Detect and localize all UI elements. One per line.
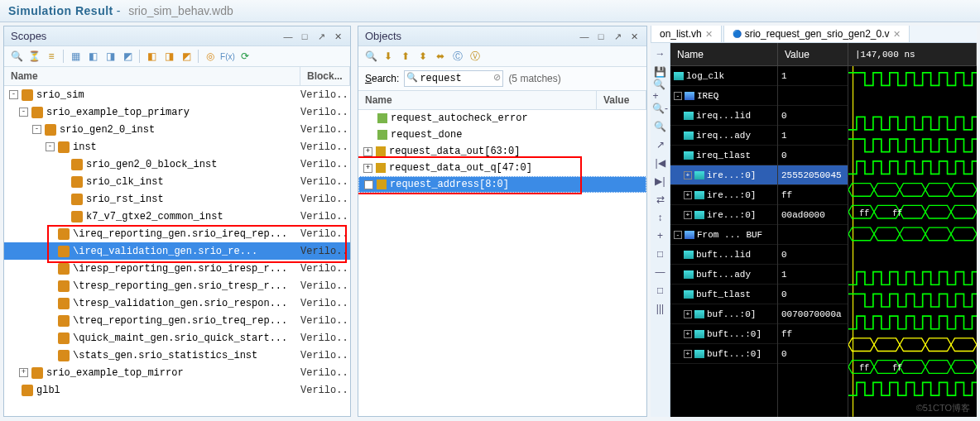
scope-row[interactable]: srio_clk_instVerilo... bbox=[4, 173, 350, 190]
port-in-icon[interactable]: ⬇ bbox=[381, 49, 396, 64]
popout-icon[interactable]: ↗ bbox=[612, 31, 623, 42]
scope-row[interactable]: \ireq_reporting_gen.srio_ireq_rep...Veri… bbox=[4, 225, 350, 242]
wave-tool-button[interactable]: → bbox=[653, 46, 668, 61]
wave-signal-row[interactable]: ireq_tlast bbox=[670, 146, 777, 165]
scope-row[interactable]: \stats_gen.srio_statistics_instVerilo... bbox=[4, 347, 350, 364]
scope-orange1-icon[interactable]: ◧ bbox=[144, 49, 159, 64]
scope-orange3-icon[interactable]: ◩ bbox=[179, 49, 194, 64]
search-icon[interactable]: 🔍 bbox=[9, 49, 24, 64]
scope-row[interactable]: -srio_simVerilo... bbox=[4, 86, 350, 103]
wave-tool-button[interactable]: ▶| bbox=[653, 174, 668, 189]
scope-row[interactable]: k7_v7_gtxe2_common_instVerilo... bbox=[4, 208, 350, 225]
close-icon[interactable]: ✕ bbox=[628, 31, 640, 42]
maximize-icon[interactable]: □ bbox=[299, 31, 310, 42]
port-inout-icon[interactable]: ⬍ bbox=[416, 49, 430, 64]
wave-tool-button[interactable]: □ bbox=[653, 283, 668, 298]
wave-signal-row[interactable]: buft...ady bbox=[670, 265, 777, 285]
tree-expander[interactable]: - bbox=[9, 90, 18, 99]
wave-signal-row[interactable]: -IREQ bbox=[670, 86, 777, 106]
wave-tool-button[interactable]: — bbox=[653, 265, 668, 280]
wave-expander[interactable]: - bbox=[674, 92, 682, 100]
fx-icon[interactable]: F(x) bbox=[220, 49, 235, 64]
scope-row[interactable]: \tresp_reporting_gen.srio_tresp_r...Veri… bbox=[4, 277, 350, 294]
wave-col-value[interactable]: Value bbox=[778, 43, 848, 65]
wave-expander[interactable]: - bbox=[674, 231, 682, 239]
scope-row[interactable]: \ireq_validation_gen.srio_re...Verilo... bbox=[4, 242, 350, 260]
constant-icon[interactable]: Ⓒ bbox=[450, 49, 465, 64]
wave-signal-row[interactable]: -From ... BUF bbox=[670, 225, 777, 245]
tree-expander[interactable]: - bbox=[46, 142, 55, 151]
tab-close-icon[interactable]: ✕ bbox=[893, 29, 901, 40]
wave-tool-button[interactable]: ↕ bbox=[653, 210, 668, 225]
tree-expander[interactable]: + bbox=[364, 180, 373, 189]
refresh-icon[interactable]: ⟳ bbox=[238, 49, 252, 64]
minimize-icon[interactable]: — bbox=[282, 31, 294, 42]
tree-expander[interactable]: - bbox=[32, 125, 41, 134]
wave-signal-row[interactable]: +ire...:0] bbox=[670, 165, 777, 185]
wave-signal-row[interactable]: +ire...:0] bbox=[670, 205, 777, 225]
wave-signal-row[interactable]: +buf...:0] bbox=[670, 304, 777, 324]
object-row[interactable]: +request_data_out_q[47:0] bbox=[358, 160, 646, 176]
object-row[interactable]: request_autocheck_error bbox=[358, 110, 646, 127]
scope-row[interactable]: glblVerilo... bbox=[4, 381, 350, 399]
waveform-names[interactable]: log_clk-IREQireq...lidireq...adyireq_tla… bbox=[670, 66, 778, 417]
wave-signal-row[interactable]: ireq...lid bbox=[670, 106, 777, 126]
maximize-icon[interactable]: □ bbox=[595, 31, 607, 42]
wave-expander[interactable]: + bbox=[684, 350, 692, 358]
scope-sheet-icon[interactable]: ▦ bbox=[68, 49, 83, 64]
signal-icon[interactable]: ⬌ bbox=[433, 49, 448, 64]
wave-tool-button[interactable]: □ bbox=[653, 246, 668, 261]
wave-tool-button[interactable]: 🔍+ bbox=[653, 83, 668, 98]
wave-tool-button[interactable]: 💾 bbox=[653, 65, 668, 79]
wave-expander[interactable]: + bbox=[684, 310, 692, 318]
waveform-values[interactable]: 101025552050045ff00ad00000100070070000af… bbox=[778, 66, 848, 417]
hierarchy-icon[interactable]: ≡ bbox=[44, 49, 59, 64]
wave-tool-button[interactable]: ⇄ bbox=[653, 192, 668, 207]
scope-row[interactable]: -instVerilo... bbox=[4, 138, 350, 155]
scopes-col-name[interactable]: Name bbox=[4, 67, 300, 85]
tree-expander[interactable]: - bbox=[19, 108, 28, 117]
wave-col-name[interactable]: Name bbox=[670, 43, 778, 65]
object-row[interactable]: request_done bbox=[358, 127, 646, 143]
scope-orange2-icon[interactable]: ◨ bbox=[161, 49, 176, 64]
minimize-icon[interactable]: — bbox=[579, 31, 590, 42]
wave-signal-row[interactable]: +buft...:0] bbox=[670, 324, 777, 344]
wave-signal-row[interactable]: +ire...:0] bbox=[670, 185, 777, 205]
wave-tool-button[interactable]: 🔍 bbox=[653, 119, 668, 134]
close-icon[interactable]: ✕ bbox=[332, 31, 343, 42]
wave-expander[interactable]: + bbox=[684, 211, 692, 219]
object-row[interactable]: +request_data_out[63:0] bbox=[358, 143, 646, 160]
wave-tool-button[interactable]: ↗ bbox=[653, 137, 668, 152]
scope-cube3-icon[interactable]: ◩ bbox=[120, 49, 135, 64]
objects-search-input[interactable] bbox=[404, 70, 503, 87]
scope-row[interactable]: srio_rst_instVerilo... bbox=[4, 190, 350, 208]
wave-expander[interactable]: + bbox=[684, 330, 692, 338]
tab-close-icon[interactable]: ✕ bbox=[705, 29, 713, 40]
wave-signal-row[interactable]: buft...lid bbox=[670, 245, 777, 265]
wave-tool-button[interactable]: + bbox=[653, 228, 668, 243]
scope-cube2-icon[interactable]: ◨ bbox=[103, 49, 118, 64]
editor-tab[interactable]: on_list.vh✕ bbox=[651, 26, 722, 42]
objects-col-name[interactable]: Name bbox=[358, 91, 597, 109]
scope-row[interactable]: \quick_maint_gen.srio_quick_start...Veri… bbox=[4, 329, 350, 347]
waveform-plot[interactable]: ffffffff bbox=[848, 66, 977, 417]
wave-tool-button[interactable]: |◀ bbox=[653, 155, 668, 170]
filter-icon[interactable]: ⏳ bbox=[26, 49, 41, 64]
scopes-col-block[interactable]: Block... bbox=[300, 67, 350, 85]
object-row[interactable]: +request_address[8:0] bbox=[358, 176, 646, 193]
search-icon[interactable]: 🔍 bbox=[363, 49, 378, 64]
tree-expander[interactable]: + bbox=[19, 368, 28, 377]
scope-row[interactable]: \tresp_validation_gen.srio_respon...Veri… bbox=[4, 294, 350, 312]
wave-expander[interactable]: + bbox=[684, 171, 692, 179]
scope-row[interactable]: \iresp_reporting_gen.srio_iresp_r...Veri… bbox=[4, 260, 350, 277]
port-out-icon[interactable]: ⬆ bbox=[398, 49, 413, 64]
wave-tool-button[interactable]: 🔍- bbox=[653, 101, 668, 116]
scope-row[interactable]: srio_gen2_0_block_instVerilo... bbox=[4, 155, 350, 173]
wave-time-ruler[interactable]: |147,000 ns bbox=[848, 43, 977, 65]
wave-signal-row[interactable]: ireq...ady bbox=[670, 126, 777, 146]
wave-tool-button[interactable]: ||| bbox=[653, 301, 668, 316]
scope-row[interactable]: -srio_gen2_0_instVerilo... bbox=[4, 121, 350, 138]
wave-signal-row[interactable]: +buft...:0] bbox=[670, 344, 777, 364]
variable-icon[interactable]: Ⓥ bbox=[468, 49, 483, 64]
clear-search-icon[interactable]: ⊘ bbox=[493, 72, 501, 83]
